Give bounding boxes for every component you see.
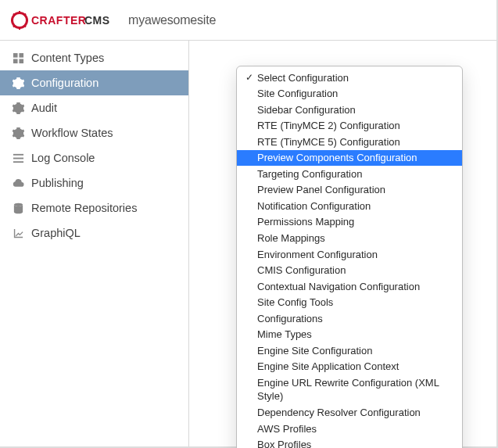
dropdown-option[interactable]: AWS Profiles xyxy=(237,421,462,437)
dropdown-option[interactable]: Permissions Mapping xyxy=(237,214,462,231)
dropdown-option[interactable]: CMIS Configuration xyxy=(237,263,462,279)
site-name: myawesomesite xyxy=(128,13,216,27)
list-icon xyxy=(9,152,27,164)
sidebar-item-label: Configuration xyxy=(31,77,99,89)
sidebar-item-workflow-states[interactable]: Workflow States xyxy=(0,120,188,145)
sidebar-item-content-types[interactable]: Content Types xyxy=(0,45,188,70)
sidebar-item-label: GraphiQL xyxy=(31,227,81,239)
dropdown-option[interactable]: Engine Site Application Context xyxy=(237,359,462,375)
dropdown-option-label: AWS Profiles xyxy=(256,422,453,436)
gear-icon xyxy=(9,127,27,139)
sidebar-item-label: Content Types xyxy=(31,52,104,64)
chart-icon xyxy=(9,228,27,239)
dropdown-option-label: CMIS Configuration xyxy=(256,263,453,278)
main-area: ✓Select ConfigurationSite ConfigurationS… xyxy=(189,41,496,446)
dropdown-option[interactable]: Role Mappings xyxy=(237,230,462,246)
dropdown-option-label: Site Config Tools xyxy=(256,296,453,310)
dropdown-option[interactable]: RTE (TinyMCE 5) Configuration xyxy=(237,134,462,150)
svg-rect-4 xyxy=(26,20,28,21)
dropdown-option-label: RTE (TinyMCE 5) Configuration xyxy=(256,135,453,149)
sidebar-item-label: Remote Repositories xyxy=(31,202,137,214)
dropdown-option[interactable]: Preview Components Configuration xyxy=(237,150,462,167)
grid-icon xyxy=(9,52,27,64)
dropdown-option[interactable]: Contextual Navigation Configuration xyxy=(237,278,462,295)
dropdown-option[interactable]: Preview Panel Configuration xyxy=(237,182,462,199)
dropdown-option-label: Mime Types xyxy=(256,328,453,342)
configuration-dropdown[interactable]: ✓Select ConfigurationSite ConfigurationS… xyxy=(236,66,463,448)
sidebar-item-configuration[interactable]: Configuration xyxy=(0,70,188,95)
dropdown-option-label: Configurations xyxy=(256,312,453,326)
dropdown-option[interactable]: Configurations xyxy=(237,310,462,327)
dropdown-option-label: Environment Configuration xyxy=(256,248,453,262)
svg-text:CRAFTER: CRAFTER xyxy=(31,14,86,27)
dropdown-option-label: Preview Panel Configuration xyxy=(256,183,453,197)
sidebar-item-label: Publishing xyxy=(31,177,84,189)
svg-rect-3 xyxy=(11,20,13,21)
dropdown-option[interactable]: Environment Configuration xyxy=(237,246,462,263)
dropdown-option[interactable]: Notification Configuration xyxy=(237,198,462,214)
sidebar-item-log-console[interactable]: Log Console xyxy=(0,145,188,170)
dropdown-option[interactable]: RTE (TinyMCE 2) Configuration xyxy=(237,118,462,134)
sidebar-item-graphiql[interactable]: GraphiQL xyxy=(0,220,188,246)
dropdown-option-label: Engine Site Configuration xyxy=(256,344,453,358)
dropdown-option[interactable]: ✓Select Configuration xyxy=(237,70,462,86)
gear-icon xyxy=(9,77,27,89)
sidebar-item-publishing[interactable]: Publishing xyxy=(0,170,188,195)
dropdown-option-label: Role Mappings xyxy=(256,231,453,246)
dropdown-option[interactable]: Engine Site Configuration xyxy=(237,342,462,359)
sidebar-item-label: Audit xyxy=(31,102,57,114)
dropdown-option-label: Select Configuration xyxy=(256,71,453,85)
dropdown-option-label: Targeting Configuration xyxy=(256,167,453,181)
dropdown-option-label: Engine Site Application Context xyxy=(256,360,453,374)
header: CRAFTER CMS myawesomesite xyxy=(0,0,496,41)
sidebar-item-audit[interactable]: Audit xyxy=(0,95,188,120)
dropdown-option[interactable]: Dependency Resolver Configuration xyxy=(237,404,462,421)
dropdown-option-label: Notification Configuration xyxy=(256,199,453,213)
dropdown-option[interactable]: Site Configuration xyxy=(237,86,462,102)
sidebar: Content TypesConfigurationAuditWorkflow … xyxy=(0,41,189,446)
db-icon xyxy=(9,202,27,214)
sidebar-item-remote-repositories[interactable]: Remote Repositories xyxy=(0,195,188,220)
dropdown-option-label: Sidebar Configuration xyxy=(256,103,453,117)
dropdown-option[interactable]: Mime Types xyxy=(237,327,462,343)
body: Content TypesConfigurationAuditWorkflow … xyxy=(0,41,496,446)
dropdown-option-label: Preview Components Configuration xyxy=(256,151,453,165)
gear-icon xyxy=(9,102,27,114)
sidebar-item-label: Workflow States xyxy=(31,127,113,139)
dropdown-option-label: Site Configuration xyxy=(256,87,453,101)
dropdown-option-label: Dependency Resolver Configuration xyxy=(256,406,453,420)
svg-rect-2 xyxy=(19,27,20,30)
cloud-icon xyxy=(9,177,27,189)
svg-rect-1 xyxy=(19,11,20,13)
dropdown-option[interactable]: Site Config Tools xyxy=(237,295,462,311)
dropdown-option[interactable]: Box Profiles xyxy=(237,437,462,448)
brand-logo[interactable]: CRAFTER CMS xyxy=(11,11,111,30)
sidebar-item-label: Log Console xyxy=(31,152,95,164)
check-icon: ✓ xyxy=(243,71,256,84)
dropdown-option[interactable]: Engine URL Rewrite Configuration (XML St… xyxy=(237,375,462,404)
dropdown-option-label: RTE (TinyMCE 2) Configuration xyxy=(256,119,453,133)
dropdown-option-label: Box Profiles xyxy=(256,438,453,448)
svg-text:CMS: CMS xyxy=(84,14,110,27)
dropdown-option-label: Engine URL Rewrite Configuration (XML St… xyxy=(256,376,453,403)
dropdown-option[interactable]: Sidebar Configuration xyxy=(237,102,462,118)
dropdown-option-label: Contextual Navigation Configuration xyxy=(256,280,453,294)
dropdown-option[interactable]: Targeting Configuration xyxy=(237,166,462,182)
dropdown-option-label: Permissions Mapping xyxy=(256,215,453,229)
app-root: CRAFTER CMS myawesomesite Content TypesC… xyxy=(0,0,498,448)
